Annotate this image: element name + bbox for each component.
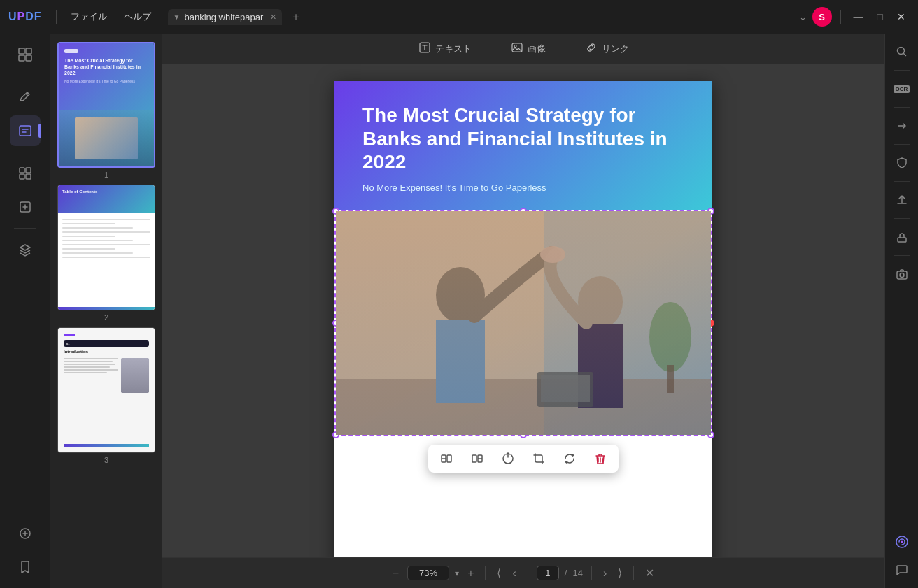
thumb3-footer xyxy=(64,444,149,447)
tab-add-icon[interactable]: ＋ xyxy=(290,10,302,24)
svg-rect-7 xyxy=(20,174,24,179)
sidebar-combine-icon[interactable] xyxy=(10,192,41,222)
page-title: The Most Crucial Strategy for Banks and … xyxy=(362,103,684,174)
win-maximize-button[interactable]: □ xyxy=(873,11,887,22)
avatar[interactable]: S xyxy=(812,7,832,27)
text-tool-icon xyxy=(418,41,431,57)
image-tool[interactable]: 画像 xyxy=(502,38,554,59)
zoom-dropdown-button[interactable]: ▾ xyxy=(455,568,459,578)
win-close-button[interactable]: ✕ xyxy=(893,11,910,22)
page-header: The Most Crucial Strategy for Banks and … xyxy=(334,81,712,210)
topbar-right: ⌄ S — □ ✕ xyxy=(799,7,910,27)
svg-rect-29 xyxy=(472,455,476,462)
thumb3-title: Introduction xyxy=(64,350,149,354)
thumb2-line-4 xyxy=(62,231,150,233)
svg-rect-28 xyxy=(447,455,451,462)
thumb2-line-8 xyxy=(62,248,115,250)
zoom-level-display: 73% xyxy=(407,566,449,580)
sidebar-annotation-icon[interactable] xyxy=(10,82,41,113)
thumb-page-2-preview: Table of Contents xyxy=(57,185,155,310)
right-sep-5 xyxy=(894,218,910,219)
thumb-page-1-preview: The Most Crucial Strategy for Banks and … xyxy=(57,42,155,168)
thumb2-header-text: Table of Contents xyxy=(62,189,150,194)
thumbnail-page-2[interactable]: Table of Contents xyxy=(57,185,155,322)
svg-rect-32 xyxy=(898,238,906,242)
thumb2-line-9 xyxy=(62,252,133,254)
protect-icon[interactable] xyxy=(889,150,915,175)
text-tool-label: テキスト xyxy=(435,43,472,55)
share-icon[interactable] xyxy=(889,187,915,213)
image-container[interactable] xyxy=(334,210,712,436)
right-sep-3 xyxy=(894,144,910,145)
ocr-icon[interactable]: OCR xyxy=(889,76,915,101)
thumb1-logo xyxy=(64,49,78,53)
delete-button[interactable] xyxy=(591,449,610,468)
right-sidebar: OCR xyxy=(884,34,918,588)
sidebar-layers-bottom-icon[interactable] xyxy=(10,518,41,549)
tab-close-icon[interactable]: ✕ xyxy=(270,13,276,22)
svg-point-36 xyxy=(901,541,903,543)
image-tool-icon xyxy=(511,41,523,57)
replace-button[interactable] xyxy=(560,449,579,468)
page-separator: / xyxy=(565,568,567,578)
topbar-expand-icon[interactable]: ⌄ xyxy=(799,12,807,22)
topbar: UPDF ファイル ヘルプ ▼ banking whitepapar ✕ ＋ ⌄… xyxy=(0,0,918,34)
sidebar-edit-icon[interactable] xyxy=(10,115,41,146)
nav-prev-button[interactable]: ‹ xyxy=(509,564,518,582)
win-minimize-button[interactable]: — xyxy=(849,11,868,22)
search-right-icon[interactable] xyxy=(889,39,915,64)
sidebar-layers-icon[interactable] xyxy=(10,234,41,265)
svg-rect-2 xyxy=(19,55,24,61)
pdf-area[interactable]: The Most Crucial Strategy for Banks and … xyxy=(162,64,884,557)
thumb2-line-1 xyxy=(62,219,150,220)
page-number-input[interactable] xyxy=(537,566,559,580)
crop-button[interactable] xyxy=(529,449,549,468)
svg-rect-33 xyxy=(897,271,907,279)
sidebar-sep-1 xyxy=(14,76,36,76)
svg-point-34 xyxy=(900,273,904,278)
sidebar-organize-icon[interactable] xyxy=(10,158,41,189)
nav-next-button[interactable]: › xyxy=(600,564,609,582)
selected-image[interactable] xyxy=(334,210,712,436)
active-indicator xyxy=(38,124,41,138)
rotate-button[interactable] xyxy=(498,449,518,468)
link-tool-label: リンク xyxy=(602,43,629,55)
link-tool[interactable]: リンク xyxy=(577,38,637,59)
svg-rect-8 xyxy=(26,174,31,179)
pdf-page: The Most Crucial Strategy for Banks and … xyxy=(334,81,712,557)
thumb2-line-3 xyxy=(62,227,133,229)
thumb2-line-2 xyxy=(62,223,115,224)
zoom-separator-1 xyxy=(485,566,486,580)
thumb3-logo xyxy=(64,334,75,336)
menu-file[interactable]: ファイル xyxy=(65,8,113,26)
sidebar-bookmark-icon[interactable] xyxy=(10,552,41,582)
stamp-icon[interactable] xyxy=(889,224,915,250)
sidebar-thumbnails-icon[interactable] xyxy=(10,39,41,70)
align-left-button[interactable] xyxy=(437,449,456,468)
right-sep-4 xyxy=(894,181,910,182)
zoom-close-button[interactable]: ✕ xyxy=(642,564,657,582)
main-area: The Most Crucial Strategy for Banks and … xyxy=(0,34,918,588)
page-total-label: 14 xyxy=(572,568,582,578)
thumbnail-page-1[interactable]: The Most Crucial Strategy for Banks and … xyxy=(57,42,155,179)
image-toolbar xyxy=(428,445,619,473)
svg-point-13 xyxy=(514,45,516,47)
ai-icon[interactable] xyxy=(889,529,915,554)
menu-help[interactable]: ヘルプ xyxy=(118,8,157,26)
app-logo: UPDF xyxy=(8,10,42,23)
tab-arrow-icon[interactable]: ▼ xyxy=(174,13,181,21)
link-tool-icon xyxy=(585,41,598,57)
nav-last-button[interactable]: ⟩ xyxy=(615,564,625,582)
nav-first-button[interactable]: ⟨ xyxy=(494,564,504,582)
zoom-out-button[interactable]: − xyxy=(390,564,402,582)
thumb1-sub: No More Expenses! It's Time to Go Paperl… xyxy=(64,79,148,83)
chat-icon[interactable] xyxy=(889,557,915,582)
photo-overlay xyxy=(336,211,711,435)
thumbnail-page-3[interactable]: 01 Introduction xyxy=(57,327,155,464)
zoom-in-button[interactable]: + xyxy=(465,564,476,582)
convert-icon[interactable] xyxy=(889,113,915,138)
camera-icon[interactable] xyxy=(889,261,915,287)
text-tool[interactable]: テキスト xyxy=(410,38,480,59)
align-right-button[interactable] xyxy=(467,449,487,468)
business-photo xyxy=(336,211,711,435)
